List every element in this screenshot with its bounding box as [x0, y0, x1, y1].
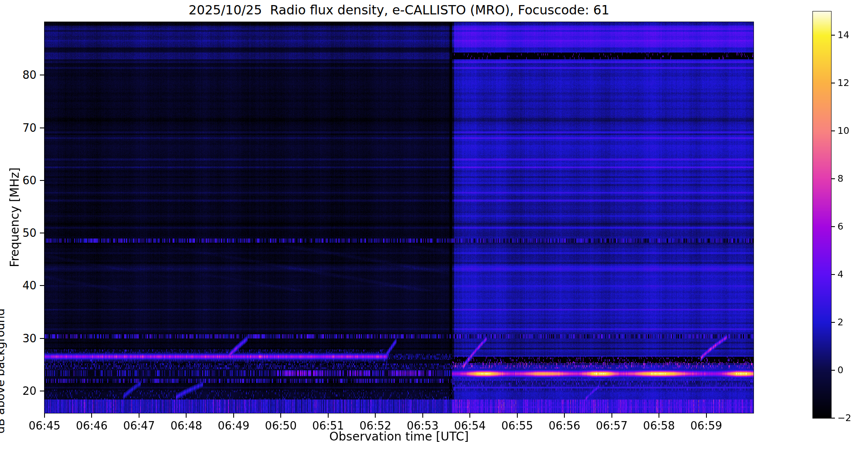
x-tick-mark	[564, 413, 565, 418]
colorbar-tick-label: −2	[837, 413, 863, 424]
y-tick-label: 80	[7, 69, 36, 81]
x-tick-mark	[469, 413, 470, 418]
y-tick-label: 20	[7, 385, 36, 397]
x-tick-mark	[233, 413, 234, 418]
colorbar-tick-label: 2	[837, 317, 863, 328]
x-tick-mark	[375, 413, 376, 418]
x-tick-label: 06:58	[634, 419, 684, 432]
x-tick-label: 06:59	[681, 419, 732, 432]
colorbar-tick-mark	[832, 370, 835, 371]
y-axis-label: Frequency [MHz]	[8, 167, 22, 267]
colorbar-tick-mark	[832, 322, 835, 323]
colorbar-tick-label: 12	[837, 78, 863, 89]
x-tick-mark	[517, 413, 518, 418]
x-tick-label: 06:55	[492, 419, 543, 432]
spectrogram-figure: 2025/10/25 Radio flux density, e-CALLIST…	[0, 0, 868, 452]
colorbar-tick-label: 14	[837, 30, 863, 41]
x-tick-mark	[422, 413, 423, 418]
colorbar-tick-mark	[832, 83, 835, 83]
x-tick-mark	[611, 413, 612, 418]
colorbar-tick-mark	[832, 35, 835, 36]
y-tick-mark	[40, 75, 44, 75]
x-tick-mark	[659, 413, 659, 418]
y-tick-label: 70	[7, 122, 36, 134]
y-tick-mark	[40, 285, 44, 286]
y-tick-mark	[40, 233, 44, 233]
spectrogram-heatmap	[45, 22, 754, 413]
colorbar-tick-label: 10	[837, 125, 863, 136]
colorbar-tick-mark	[832, 178, 835, 179]
x-tick-label: 06:57	[586, 419, 637, 432]
x-tick-mark	[186, 413, 187, 418]
colorbar-tick-label: 8	[837, 173, 863, 184]
x-tick-label: 06:48	[161, 419, 212, 432]
x-tick-mark	[139, 413, 140, 418]
colorbar-tick-mark	[832, 130, 835, 131]
y-tick-mark	[40, 338, 44, 339]
colorbar-tick-mark	[832, 274, 835, 275]
x-tick-mark	[706, 413, 707, 418]
x-tick-label: 06:50	[255, 419, 306, 432]
y-tick-mark	[40, 128, 44, 128]
x-tick-label: 06:47	[114, 419, 165, 432]
colorbar-tick-mark	[832, 418, 835, 419]
y-tick-mark	[40, 391, 44, 391]
x-tick-mark	[280, 413, 281, 418]
y-tick-label: 30	[7, 332, 36, 345]
y-tick-mark	[40, 180, 44, 181]
y-tick-label: 40	[7, 279, 36, 292]
x-axis-label: Observation time [UTC]	[329, 430, 469, 444]
chart-title: 2025/10/25 Radio flux density, e-CALLIST…	[189, 3, 609, 17]
colorbar-tick-label: 4	[837, 269, 863, 280]
colorbar-tick-label: 0	[837, 365, 863, 376]
x-tick-label: 06:45	[19, 419, 70, 432]
x-tick-mark	[328, 413, 329, 418]
x-tick-label: 06:56	[539, 419, 590, 432]
colorbar-label: dB above background	[0, 0, 7, 434]
x-tick-mark	[44, 413, 45, 418]
colorbar-gradient	[813, 11, 831, 418]
x-tick-mark	[91, 413, 92, 418]
colorbar-tick-label: 6	[837, 221, 863, 232]
x-tick-label: 06:49	[208, 419, 259, 432]
colorbar-tick-mark	[832, 226, 835, 227]
x-tick-label: 06:46	[66, 419, 117, 432]
